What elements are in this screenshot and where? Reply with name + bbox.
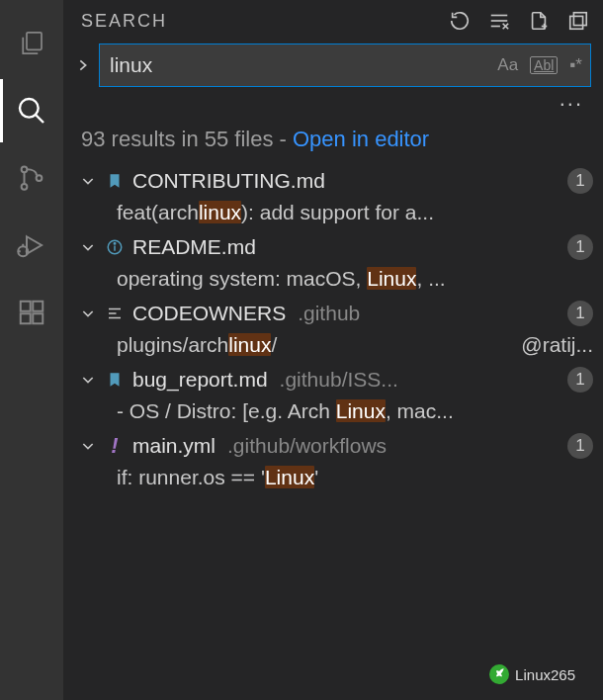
activity-bar bbox=[0, 0, 63, 700]
panel-title: SEARCH bbox=[81, 11, 167, 32]
svg-marker-6 bbox=[27, 236, 42, 254]
file-type-icon bbox=[105, 371, 125, 389]
svg-rect-13 bbox=[33, 313, 43, 323]
file-name: CODEOWNERS bbox=[132, 302, 286, 325]
file-path: .github bbox=[298, 302, 560, 325]
results-tree: CONTRIBUTING.md1feat(archlinux): add sup… bbox=[63, 164, 603, 700]
activity-extensions[interactable] bbox=[0, 281, 63, 344]
watermark-text: Linux265 bbox=[515, 666, 575, 683]
file-name: README.md bbox=[132, 235, 256, 259]
open-in-editor-link[interactable]: Open in editor bbox=[293, 127, 429, 151]
file-name: CONTRIBUTING.md bbox=[132, 169, 325, 193]
match-count-badge: 1 bbox=[567, 367, 593, 393]
activity-explorer[interactable] bbox=[0, 12, 63, 75]
file-path: .github/ISS... bbox=[280, 368, 560, 392]
svg-point-1 bbox=[20, 99, 39, 118]
match-text: if: runner.os == 'Linux' bbox=[117, 466, 593, 489]
file-name: bug_report.md bbox=[132, 368, 268, 392]
chevron-down-icon[interactable] bbox=[79, 173, 97, 189]
chevron-down-icon[interactable] bbox=[79, 438, 97, 454]
svg-point-26 bbox=[114, 242, 116, 244]
match-count-badge: 1 bbox=[567, 168, 593, 194]
results-summary: 93 results in 55 files - Open in editor bbox=[63, 117, 603, 164]
match-row[interactable]: feat(archlinux): add support for a... bbox=[69, 198, 603, 230]
svg-rect-22 bbox=[573, 13, 586, 26]
new-file-icon[interactable] bbox=[528, 10, 550, 32]
svg-rect-14 bbox=[33, 302, 43, 311]
match-count-badge: 1 bbox=[567, 433, 593, 459]
collapse-icon[interactable] bbox=[567, 10, 589, 32]
watermark-icon bbox=[489, 664, 509, 684]
file-type-icon bbox=[105, 238, 125, 256]
activity-debug[interactable] bbox=[0, 214, 63, 277]
panel-header: SEARCH bbox=[63, 0, 603, 40]
match-text: feat(archlinux): add support for a... bbox=[117, 201, 593, 224]
match-count-badge: 1 bbox=[567, 234, 593, 260]
file-row[interactable]: bug_report.md.github/ISS...1 bbox=[69, 363, 603, 396]
svg-line-2 bbox=[36, 115, 43, 123]
chevron-down-icon[interactable] bbox=[79, 239, 97, 255]
file-type-icon bbox=[105, 172, 125, 190]
search-row: Aa Abl ▪* bbox=[63, 40, 603, 87]
match-case-toggle[interactable]: Aa bbox=[495, 55, 520, 75]
file-row[interactable]: CODEOWNERS.github1 bbox=[69, 297, 603, 330]
file-type-icon: ! bbox=[105, 433, 125, 459]
file-type-icon bbox=[105, 305, 125, 322]
chevron-down-icon[interactable] bbox=[79, 372, 97, 388]
svg-rect-0 bbox=[27, 33, 42, 50]
header-actions bbox=[449, 10, 589, 32]
match-count-badge: 1 bbox=[567, 301, 593, 326]
match-text: - OS / Distro: [e.g. Arch Linux, mac... bbox=[117, 399, 593, 423]
search-panel: SEARCH Aa Abl ▪* bbox=[63, 0, 603, 700]
svg-point-5 bbox=[37, 175, 43, 181]
search-toggles: Aa Abl ▪* bbox=[495, 55, 584, 75]
svg-rect-23 bbox=[570, 16, 583, 29]
file-name: main.yml bbox=[132, 434, 215, 458]
match-row[interactable]: - OS / Distro: [e.g. Arch Linux, mac... bbox=[69, 396, 603, 429]
activity-scm[interactable] bbox=[0, 146, 63, 210]
file-row[interactable]: !main.yml.github/workflows1 bbox=[69, 429, 603, 463]
match-text: plugins/archlinux/ bbox=[117, 333, 509, 357]
match-row[interactable]: operating system: macOS, Linux, ... bbox=[69, 264, 603, 297]
file-path: .github/workflows bbox=[227, 434, 560, 458]
svg-rect-11 bbox=[21, 302, 31, 311]
match-row[interactable]: if: runner.os == 'Linux' bbox=[69, 463, 603, 495]
watermark: Linux265 bbox=[489, 664, 575, 684]
svg-rect-12 bbox=[21, 313, 31, 323]
clear-results-icon[interactable] bbox=[488, 10, 510, 32]
match-text: operating system: macOS, Linux, ... bbox=[117, 267, 593, 291]
summary-text: 93 results in 55 files - bbox=[81, 127, 293, 151]
regex-toggle[interactable]: ▪* bbox=[567, 55, 584, 75]
match-row[interactable]: plugins/archlinux/@ratij... bbox=[69, 330, 603, 363]
search-input[interactable] bbox=[110, 53, 495, 77]
svg-point-3 bbox=[22, 166, 28, 172]
file-row[interactable]: CONTRIBUTING.md1 bbox=[69, 164, 603, 198]
activity-search[interactable] bbox=[0, 79, 63, 142]
file-row[interactable]: README.md1 bbox=[69, 230, 603, 264]
more-options-icon[interactable]: ··· bbox=[63, 87, 603, 117]
refresh-icon[interactable] bbox=[449, 10, 471, 32]
chevron-down-icon[interactable] bbox=[79, 306, 97, 321]
search-input-container: Aa Abl ▪* bbox=[99, 44, 591, 87]
match-word-toggle[interactable]: Abl bbox=[530, 56, 558, 74]
svg-point-4 bbox=[22, 184, 28, 190]
toggle-replace-icon[interactable] bbox=[73, 57, 93, 73]
match-right: @ratij... bbox=[521, 333, 593, 357]
